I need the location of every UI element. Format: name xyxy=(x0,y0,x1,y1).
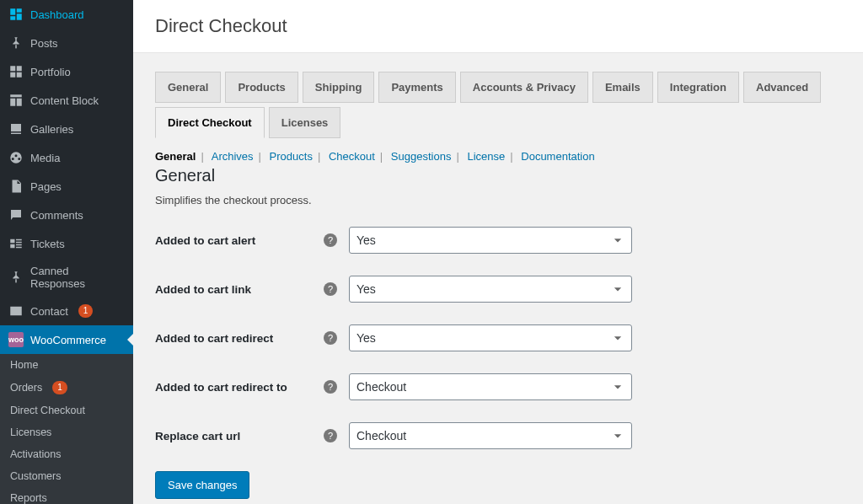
sidebar-item-posts[interactable]: Posts xyxy=(0,29,133,57)
help-icon[interactable]: ? xyxy=(324,380,337,394)
page-title: Direct Checkout xyxy=(155,15,287,36)
sidebar-item-canned[interactable]: Canned Responses xyxy=(0,258,133,297)
sidebar-item-pages[interactable]: Pages xyxy=(0,172,133,201)
content-area: General Products Shipping Payments Accou… xyxy=(133,53,863,504)
select-added-to-cart-alert[interactable]: Yes xyxy=(349,227,632,254)
tab-general[interactable]: General xyxy=(155,72,221,103)
section-subtabs: General| Archives| Products| Checkout| S… xyxy=(155,150,841,163)
sidebar-item-galleries[interactable]: Galleries xyxy=(0,115,133,143)
submenu-reports[interactable]: Reports xyxy=(0,487,133,504)
select-added-to-cart-redirect-to[interactable]: Checkout xyxy=(349,373,632,400)
sidebar-item-label: Portfolio xyxy=(30,66,71,78)
help-icon[interactable]: ? xyxy=(324,429,337,442)
sidebar-item-label: Posts xyxy=(30,37,58,50)
mail-icon xyxy=(8,303,24,319)
page-header: Direct Checkout xyxy=(133,0,863,53)
field-label: Added to cart redirect xyxy=(155,332,324,345)
pages-icon xyxy=(8,179,24,194)
subtab-suggestions[interactable]: Suggestions xyxy=(391,150,452,163)
sidebar-submenu: Home Orders1 Direct Checkout Licenses Ac… xyxy=(0,354,133,504)
submenu-customers[interactable]: Customers xyxy=(0,465,133,487)
sidebar-item-label: Galleries xyxy=(30,123,73,136)
field-label: Added to cart alert xyxy=(155,234,324,247)
subtab-archives[interactable]: Archives xyxy=(212,150,254,163)
sidebar-item-label: Content Block xyxy=(30,94,99,107)
sidebar-item-dashboard[interactable]: Dashboard xyxy=(0,0,133,29)
main-area: Direct Checkout General Products Shippin… xyxy=(133,0,863,504)
grid-icon xyxy=(8,64,24,79)
sidebar-item-label: Pages xyxy=(30,180,62,193)
submenu-activations[interactable]: Activations xyxy=(0,443,133,465)
field-label: Replace cart url xyxy=(155,430,324,442)
sidebar-item-label: Dashboard xyxy=(30,8,84,21)
subtab-products[interactable]: Products xyxy=(270,150,313,163)
field-added-to-cart-link: Added to cart link ? Yes xyxy=(155,276,841,303)
select-added-to-cart-link[interactable]: Yes xyxy=(349,276,632,303)
field-added-to-cart-redirect: Added to cart redirect ? Yes xyxy=(155,324,841,351)
tab-products[interactable]: Products xyxy=(225,72,297,103)
blocks-icon xyxy=(8,93,24,108)
tab-shipping[interactable]: Shipping xyxy=(303,72,375,103)
field-label: Added to cart link xyxy=(155,283,324,296)
sidebar-item-content-block[interactable]: Content Block xyxy=(0,86,133,115)
help-icon[interactable]: ? xyxy=(324,282,337,296)
media-icon xyxy=(8,150,24,165)
submenu-orders[interactable]: Orders1 xyxy=(0,376,133,399)
gallery-icon xyxy=(8,121,24,137)
select-added-to-cart-redirect[interactable]: Yes xyxy=(349,324,632,351)
sidebar-item-tickets[interactable]: Tickets xyxy=(0,229,133,258)
woo-icon: woo xyxy=(8,332,24,347)
tab-accounts-privacy[interactable]: Accounts & Privacy xyxy=(460,72,588,103)
field-replace-cart-url: Replace cart url ? Checkout xyxy=(155,422,841,449)
select-replace-cart-url[interactable]: Checkout xyxy=(349,422,632,449)
subtab-checkout[interactable]: Checkout xyxy=(329,150,375,163)
subtab-general[interactable]: General xyxy=(155,150,196,163)
subtab-license[interactable]: License xyxy=(467,150,505,163)
orders-badge: 1 xyxy=(52,381,67,394)
subtab-documentation[interactable]: Documentation xyxy=(521,150,594,163)
sidebar-item-contact[interactable]: Contact 1 xyxy=(0,297,133,325)
tab-licenses[interactable]: Licenses xyxy=(269,107,341,138)
tickets-icon xyxy=(8,236,24,251)
help-icon[interactable]: ? xyxy=(324,233,337,247)
tab-integration[interactable]: Integration xyxy=(657,72,739,103)
sidebar-item-label: WooCommerce xyxy=(30,334,106,346)
comment-icon xyxy=(8,207,24,223)
sidebar-item-portfolio[interactable]: Portfolio xyxy=(0,57,133,86)
sidebar-item-label: Comments xyxy=(30,209,83,222)
sidebar-item-label: Canned Responses xyxy=(30,265,125,290)
submenu-direct-checkout[interactable]: Direct Checkout xyxy=(0,399,133,421)
submenu-home[interactable]: Home xyxy=(0,354,133,376)
tab-direct-checkout[interactable]: Direct Checkout xyxy=(155,107,265,138)
sidebar-item-media[interactable]: Media xyxy=(0,143,133,172)
tab-payments[interactable]: Payments xyxy=(378,72,455,103)
pin-icon xyxy=(8,270,24,285)
sidebar-item-label: Tickets xyxy=(30,238,65,250)
section-heading: General xyxy=(155,166,841,185)
submenu-licenses[interactable]: Licenses xyxy=(0,421,133,443)
field-label: Added to cart redirect to xyxy=(155,381,324,394)
sidebar-item-woocommerce[interactable]: woo WooCommerce xyxy=(0,325,133,354)
pin-icon xyxy=(8,35,24,51)
section-description: Simplifies the checkout process. xyxy=(155,194,841,206)
sidebar-item-label: Media xyxy=(30,152,60,164)
settings-tabs: General Products Shipping Payments Accou… xyxy=(155,72,841,138)
dashboard-icon xyxy=(8,7,24,22)
contact-badge: 1 xyxy=(78,304,94,318)
field-added-to-cart-redirect-to: Added to cart redirect to ? Checkout xyxy=(155,373,841,400)
admin-sidebar: Dashboard Posts Portfolio Content Block … xyxy=(0,0,133,504)
field-added-to-cart-alert: Added to cart alert ? Yes xyxy=(155,227,841,254)
tab-advanced[interactable]: Advanced xyxy=(743,72,821,103)
tab-emails[interactable]: Emails xyxy=(592,72,653,103)
sidebar-item-comments[interactable]: Comments xyxy=(0,201,133,229)
help-icon[interactable]: ? xyxy=(324,331,337,345)
sidebar-item-label: Contact xyxy=(30,305,68,318)
save-button[interactable]: Save changes xyxy=(155,471,249,499)
